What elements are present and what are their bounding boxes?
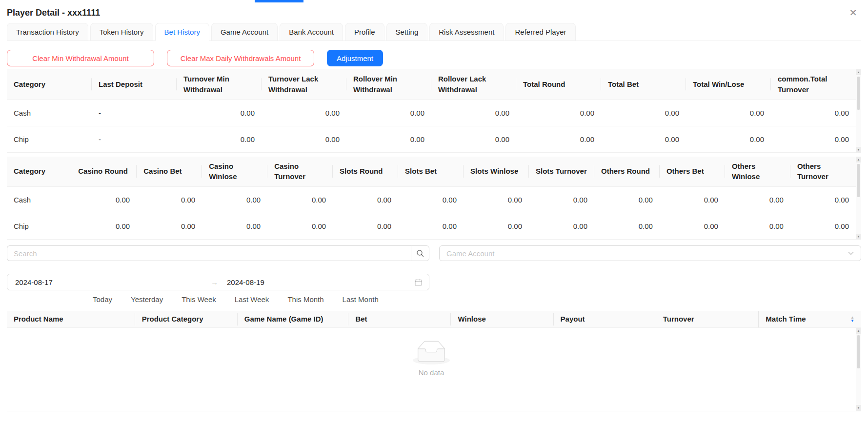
quick-range-this-month[interactable]: This Month [287,295,323,304]
header-cell: Others Winlose [725,157,790,187]
header-cell: Turnover Lack Withdrawal [262,69,346,100]
tab-label: Profile [354,28,375,36]
tab-token-history[interactable]: Token History [90,23,153,41]
header-cell: Others Turnover [790,157,856,187]
table-row: Chip 0.00 0.00 0.00 0.00 0.00 0.00 0.00 … [7,213,856,240]
tab-risk-assessment[interactable]: Risk Assessment [429,23,504,41]
header-cell: Game Name (Game ID) [238,311,349,328]
header-cell: Slots Round [333,157,398,187]
tab-profile[interactable]: Profile [345,23,384,41]
quick-range-yesterday[interactable]: Yesterday [131,295,163,304]
clear-max-daily-withdrawals-button[interactable]: Clear Max Daily Withdrawals Amount [167,50,314,66]
header-cell: Winlose [451,311,553,328]
summary-table: Category Last Deposit Turnover Min Withd… [7,69,861,153]
cell-value: 0.00 [202,213,267,240]
caret-down-icon: ▼ [850,319,854,323]
scroll-up-icon[interactable]: ▲ [856,328,861,334]
date-range-picker[interactable]: → [7,274,429,290]
cell-category: Cash [7,187,71,213]
sorter-icon: ▲ ▼ [850,316,854,323]
date-start-input[interactable] [14,278,203,287]
tab-label: Transaction History [16,28,79,36]
cell-value: 0.00 [686,126,771,152]
scrollbar-thumb[interactable] [857,77,860,110]
cell-value: 0.00 [398,187,464,213]
header-cell: Turnover [656,311,759,328]
action-toolbar: Clear Min Withdrawal Amount Clear Max Da… [7,50,861,66]
cell-value: 0.00 [594,187,660,213]
quick-range-links: Today Yesterday This Week Last Week This… [93,295,861,304]
cell-value: 0.00 [71,187,137,213]
search-group [7,245,429,261]
header-cell: Rollover Lack Withdrawal [431,69,516,100]
scroll-down-icon[interactable]: ▼ [856,147,861,153]
cell-value: 0.00 [431,100,516,126]
header-cell: Bet [348,311,451,328]
game-account-select[interactable]: Game Account [439,245,861,261]
vertical-scrollbar[interactable]: ▲ ▼ [856,69,861,153]
clear-min-withdrawal-button[interactable]: Clear Min Withdrawal Amount [7,50,154,66]
search-icon [416,249,424,257]
tab-label: Game Account [221,28,268,36]
close-icon[interactable]: ✕ [849,8,857,18]
vertical-scrollbar[interactable]: ▲ ▼ [856,328,861,411]
cell-value: 0.00 [346,100,431,126]
quick-range-this-week[interactable]: This Week [182,295,216,304]
header-cell: Rollover Min Withdrawal [346,69,431,100]
tab-label: Token History [100,28,144,36]
quick-range-last-week[interactable]: Last Week [235,295,269,304]
cell-value: 0.00 [137,213,202,240]
header-cell: Casino Round [71,157,137,187]
header-cell: Total Win/Lose [686,69,771,100]
header-cell: Last Deposit [92,69,177,100]
scroll-up-icon[interactable]: ▲ [856,69,861,75]
empty-box-icon [413,341,450,364]
search-button[interactable] [411,245,429,261]
modal-header: Player Detail - xxx1111 [0,0,868,18]
scroll-down-icon[interactable]: ▼ [856,405,861,411]
scrollbar-thumb[interactable] [857,335,860,368]
tab-label: Risk Assessment [439,28,494,36]
header-cell: Slots Winlose [464,157,529,187]
scrollbar-thumb[interactable] [857,164,860,197]
tab-referred-player[interactable]: Referred Player [505,23,575,41]
select-placeholder: Game Account [446,249,494,258]
tab-game-account[interactable]: Game Account [211,23,278,41]
table-row: Cash - 0.00 0.00 0.00 0.00 0.00 0.00 0.0… [7,100,856,126]
header-cell: Casino Winlose [202,157,267,187]
tab-label: Setting [396,28,419,36]
top-blue-strip [255,0,303,2]
tab-bar: Transaction History Token History Bet Hi… [7,23,861,41]
tab-bet-history[interactable]: Bet History [155,23,209,41]
date-end-input[interactable] [226,278,415,287]
vertical-scrollbar[interactable]: ▲ ▼ [856,157,861,240]
header-cell: Category [7,157,71,187]
breakdown-header-row: Category Casino Round Casino Bet Casino … [7,157,856,187]
header-cell: Casino Bet [137,157,202,187]
cell-value: 0.00 [516,100,601,126]
quick-range-today[interactable]: Today [93,295,112,304]
search-input[interactable] [7,245,411,261]
scroll-down-icon[interactable]: ▼ [856,234,861,240]
table-row: Chip - 0.00 0.00 0.00 0.00 0.00 0.00 0.0… [7,126,856,152]
tab-label: Bet History [164,28,200,36]
cell-value: 0.00 [725,187,790,213]
cell-value: 0.00 [601,100,686,126]
tab-transaction-history[interactable]: Transaction History [7,23,88,41]
no-data-text: No data [7,368,856,377]
header-cell: common.Total Turnover [771,69,856,100]
header-cell: Others Bet [660,157,725,187]
cell-value: 0.00 [790,187,856,213]
tab-bank-account[interactable]: Bank Account [280,23,343,41]
scroll-up-icon[interactable]: ▲ [856,157,861,162]
tab-setting[interactable]: Setting [386,23,428,41]
header-cell: Slots Bet [398,157,464,187]
cell-value: 0.00 [262,100,346,126]
match-time-sort-header[interactable]: Match Time ▲ ▼ [759,311,861,328]
chevron-down-icon [848,251,854,255]
adjustment-button[interactable]: Adjustment [327,50,383,66]
cell-value: 0.00 [660,187,725,213]
cell-value: 0.00 [333,187,398,213]
breakdown-table: Category Casino Round Casino Bet Casino … [7,157,861,240]
quick-range-last-month[interactable]: Last Month [343,295,379,304]
